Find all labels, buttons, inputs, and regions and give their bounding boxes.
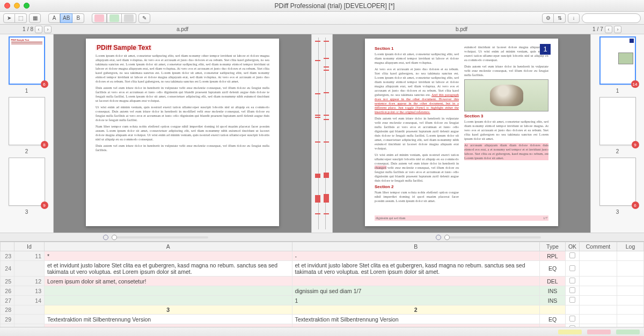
toolbar: ➤ ⬚ ▦ A AB B ✎ ⚙ ⇅ ↓ xyxy=(0,12,644,25)
minimize-icon[interactable] xyxy=(14,3,20,9)
col-log[interactable]: Log xyxy=(617,242,644,251)
col-id[interactable]: Id xyxy=(14,242,45,251)
page-b-number: 1 xyxy=(540,44,551,55)
view-ab-button[interactable]: AB xyxy=(60,13,72,23)
thumb-a-3[interactable] xyxy=(9,158,45,206)
thumbs-b: 14 1 9 2 6 3 xyxy=(590,34,644,233)
cat-image xyxy=(464,79,548,111)
diff-strip[interactable] xyxy=(311,34,333,233)
window-title: PDiff Professional (trial) [DEVELOPER] [… xyxy=(30,2,640,10)
col-type[interactable]: Type xyxy=(540,242,566,251)
status-chip-green xyxy=(616,330,640,334)
col-ok[interactable]: OK xyxy=(566,242,580,251)
zoom-row xyxy=(0,233,644,241)
thumb-a-2[interactable] xyxy=(9,97,45,145)
table-row[interactable]: 29Textextraktion mit Silbentrennung Vers… xyxy=(1,315,644,324)
diff-table: Id A B Type OK Comment Log 2311*-RPL24et… xyxy=(0,241,644,327)
main-compare: PDiff Sample Text6 1 8 2 9 3 PDiff Sampl… xyxy=(0,34,644,233)
doc-b-pane[interactable]: 1 Section 1 Lorem ipsum dolor sit amet, … xyxy=(333,34,590,233)
ok-checkbox[interactable] xyxy=(569,287,575,293)
page-b-current: 1 xyxy=(592,26,596,32)
ok-checkbox[interactable] xyxy=(569,252,575,258)
table-row[interactable]: 27141INS xyxy=(1,296,644,305)
zoom-a-slider[interactable] xyxy=(112,236,208,238)
zoom-b-slider[interactable] xyxy=(444,236,541,238)
thumb-b-2[interactable] xyxy=(599,97,636,145)
zoom-a-icon[interactable] xyxy=(103,235,108,240)
page-a-current: 1 xyxy=(23,26,26,32)
status-chip-pink xyxy=(587,330,611,334)
status-chip-yellow xyxy=(558,330,582,334)
ok-checkbox[interactable] xyxy=(569,297,575,303)
col-a[interactable]: A xyxy=(45,242,292,251)
thumbs-a: PDiff Sample Text6 1 8 2 9 3 xyxy=(0,34,54,233)
table-row[interactable]: 2512Lorem ipsum dolor sit amet, consetet… xyxy=(1,277,644,286)
ok-checkbox[interactable] xyxy=(569,278,575,283)
swatch-gray[interactable] xyxy=(122,13,136,23)
thumb-b-3[interactable] xyxy=(599,158,636,206)
titlebar: PDiff Professional (trial) [DEVELOPER] [… xyxy=(0,0,644,12)
grid-icon[interactable]: ▦ xyxy=(29,13,41,23)
swatch-pink[interactable] xyxy=(92,13,107,23)
table-row[interactable]: 2613dignissim qui sed diam 1/7INS xyxy=(1,286,644,296)
col-b[interactable]: B xyxy=(292,242,540,251)
view-b-button[interactable]: B xyxy=(72,13,84,23)
table-row[interactable]: 2832 xyxy=(1,305,644,315)
thumb-b-1[interactable] xyxy=(599,36,636,85)
maximize-icon[interactable] xyxy=(24,3,30,9)
file-a-label: a.pdf xyxy=(54,26,311,32)
nav-row: 1 /8 ‹ › a.pdf b.pdf 1 /7 ‹ › xyxy=(0,25,644,34)
pointer-tool[interactable]: ➤ xyxy=(3,13,15,23)
table-row[interactable]: 24et et invidunt justo labore Stet clita… xyxy=(1,261,644,277)
doc-a-pane[interactable]: PDiff Sample Text Lorem ipsum dolor sit … xyxy=(54,34,311,233)
thumb-a-1[interactable]: PDiff Sample Text xyxy=(9,36,45,85)
link-tool[interactable]: ⬚ xyxy=(15,13,27,23)
page-b-total: 7 xyxy=(600,26,603,32)
window-controls xyxy=(4,3,30,9)
next-a-button[interactable]: › xyxy=(44,26,52,33)
close-icon[interactable] xyxy=(4,3,10,9)
page-b: 1 Section 1 Lorem ipsum dolor sit amet, … xyxy=(365,39,558,226)
down-button[interactable]: ↓ xyxy=(568,13,580,23)
table-row[interactable]: 2311*-RPL xyxy=(1,251,644,261)
sync-button[interactable]: ⇅ xyxy=(554,13,566,23)
prev-b-button[interactable]: ‹ xyxy=(605,26,612,33)
page-a-total: 8 xyxy=(30,26,33,32)
zoom-b-icon[interactable] xyxy=(436,235,441,240)
next-b-button[interactable]: › xyxy=(614,26,621,33)
swatch-green[interactable] xyxy=(107,13,122,23)
settings-button[interactable]: ⚙ xyxy=(542,13,554,23)
page-b-footer: dignissim qui sed diam1/7 xyxy=(375,215,548,221)
col-comment[interactable]: Comment xyxy=(580,242,617,251)
page-a-title: PDiff Sample Text xyxy=(96,45,152,50)
view-a-button[interactable]: A xyxy=(48,13,60,23)
prev-a-button[interactable]: ‹ xyxy=(35,26,42,33)
file-b-label: b.pdf xyxy=(333,26,590,32)
ok-checkbox[interactable] xyxy=(569,265,575,271)
ok-checkbox[interactable] xyxy=(569,316,575,322)
search-input[interactable] xyxy=(582,13,641,23)
wand-icon[interactable]: ✎ xyxy=(138,13,150,23)
page-a: PDiff Sample Text Lorem ipsum dolor sit … xyxy=(86,39,279,226)
status-bar xyxy=(0,327,644,336)
